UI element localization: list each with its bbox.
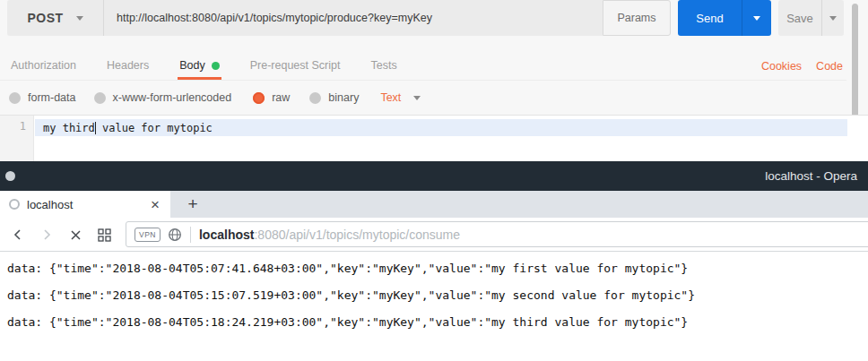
- url-value: http://localhost:8080/api/v1/topics/myto…: [117, 12, 432, 24]
- window-title: localhost - Opera: [765, 161, 857, 191]
- chevron-right-icon: [40, 228, 53, 241]
- screen: POST http://localhost:8080/api/v1/topics…: [0, 0, 868, 361]
- address-bar[interactable]: VPN localhost:8080/api/v1/topics/mytopic…: [126, 221, 868, 247]
- back-button[interactable]: [7, 218, 29, 252]
- opera-tab-strip: localhost × +: [0, 191, 868, 218]
- radio-raw[interactable]: raw: [253, 91, 290, 104]
- chevron-down-icon: [413, 96, 421, 100]
- radio-icon: [9, 92, 21, 104]
- tab-close-icon[interactable]: ×: [151, 197, 160, 212]
- tab-pre-request-script[interactable]: Pre-request Script: [248, 51, 343, 80]
- params-button[interactable]: Params: [603, 0, 671, 36]
- address-host: localhost: [199, 228, 254, 242]
- editor-text-before-cursor: my third: [43, 122, 95, 134]
- send-dropdown[interactable]: [742, 0, 771, 36]
- raw-type-dropdown[interactable]: Text: [380, 91, 421, 104]
- radio-form-data[interactable]: form-data: [9, 91, 76, 104]
- tab-tests[interactable]: Tests: [369, 51, 398, 80]
- new-tab-button[interactable]: +: [179, 191, 206, 218]
- body-has-content-dot: [212, 62, 220, 70]
- method-label: POST: [27, 11, 63, 25]
- save-dropdown[interactable]: [821, 0, 844, 36]
- sse-data-line: data: {"time":"2018-08-04T05:18:24.219+0…: [7, 315, 688, 329]
- x-icon: [70, 229, 82, 241]
- editor-text-after-cursor: value for mytopic: [96, 122, 213, 134]
- radio-selected-icon: [253, 92, 265, 104]
- chevron-down-icon: [753, 16, 760, 21]
- save-button[interactable]: Save: [778, 0, 844, 36]
- postman-panel: POST http://localhost:8080/api/v1/topics…: [0, 0, 868, 161]
- address-text[interactable]: localhost:8080/api/v1/topics/mytopic/con…: [199, 228, 460, 242]
- page-content: data: {"time":"2018-08-04T05:07:41.648+0…: [0, 252, 868, 361]
- editor-gutter: 1: [0, 116, 34, 162]
- browser-tab-localhost[interactable]: localhost ×: [0, 191, 170, 218]
- chevron-left-icon: [12, 228, 24, 241]
- opera-titlebar[interactable]: localhost - Opera: [0, 161, 868, 191]
- address-path: :8080/api/v1/topics/mytopic/consume: [254, 228, 460, 242]
- stop-button[interactable]: [65, 218, 86, 252]
- editor-active-line[interactable]: my third value for mytopic: [35, 119, 847, 136]
- raw-body-editor[interactable]: 1 my third value for mytopic: [0, 115, 868, 161]
- radio-x-www-form-urlencoded[interactable]: x-www-form-urlencoded: [94, 91, 232, 104]
- send-label[interactable]: Send: [678, 0, 742, 36]
- grid-icon: [98, 228, 111, 242]
- body-type-selector: form-data x-www-form-urlencoded raw bina…: [0, 81, 868, 115]
- opera-toolbar: VPN localhost:8080/api/v1/topics/mytopic…: [0, 218, 868, 252]
- chevron-down-icon: [829, 16, 837, 21]
- request-tabs: Authorization Headers Body Pre-request S…: [0, 51, 846, 81]
- speed-dial-button[interactable]: [93, 218, 115, 252]
- globe-icon[interactable]: [168, 228, 182, 242]
- chevron-down-icon: [76, 16, 83, 21]
- request-links: Cookies Code: [761, 51, 843, 81]
- window-dot-icon: [5, 171, 15, 181]
- forward-button[interactable]: [36, 218, 57, 252]
- request-bar: POST http://localhost:8080/api/v1/topics…: [0, 0, 868, 36]
- tab-title: localhost: [27, 198, 151, 211]
- save-label[interactable]: Save: [778, 0, 821, 36]
- cookies-link[interactable]: Cookies: [761, 60, 802, 73]
- radio-icon: [309, 92, 321, 104]
- address-divider: [190, 227, 191, 243]
- line-number: 1: [20, 120, 26, 133]
- tab-headers[interactable]: Headers: [105, 51, 151, 80]
- tab-authorization[interactable]: Authorization: [9, 51, 78, 80]
- send-button[interactable]: Send: [678, 0, 771, 36]
- method-dropdown[interactable]: POST: [7, 0, 103, 36]
- sse-data-line: data: {"time":"2018-08-04T05:07:41.648+0…: [7, 262, 688, 275]
- radio-binary[interactable]: binary: [309, 91, 359, 104]
- radio-icon: [94, 92, 106, 104]
- tab-body[interactable]: Body: [178, 51, 221, 80]
- code-link[interactable]: Code: [816, 60, 843, 73]
- sse-data-line: data: {"time":"2018-08-04T05:15:07.519+0…: [7, 288, 695, 302]
- url-field[interactable]: http://localhost:8080/api/v1/topics/myto…: [103, 0, 603, 36]
- favicon-ring-icon: [9, 199, 20, 210]
- vpn-badge[interactable]: VPN: [135, 228, 161, 242]
